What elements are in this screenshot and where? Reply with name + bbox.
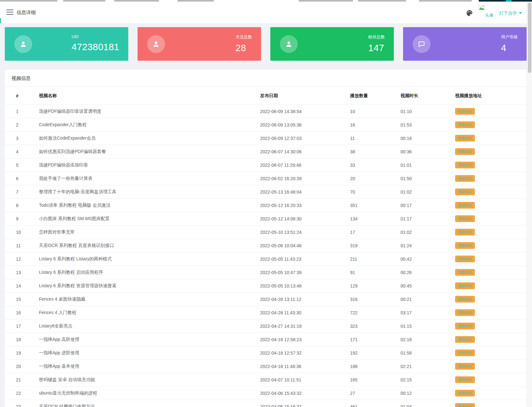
- stat-card-uid: UID 472380181: [5, 27, 128, 61]
- video-url-button[interactable]: 视频地址: [455, 349, 475, 356]
- video-duration: 00:17: [401, 203, 455, 208]
- row-index: 14: [16, 283, 39, 288]
- video-duration: 01:02: [401, 230, 455, 235]
- video-name: 迅捷PDF编辑器添加印章: [39, 162, 260, 168]
- username: 灯下自学: [499, 11, 517, 16]
- video-url-button[interactable]: 视频地址: [455, 108, 475, 115]
- video-name: 密码键盘 安卓 自动填充功能: [39, 377, 260, 383]
- publish-date: 2022-06-02 16:20:39: [260, 176, 350, 181]
- play-count: 38: [350, 149, 401, 154]
- video-url-button[interactable]: 视频地址: [455, 282, 475, 289]
- stat-value: 4: [501, 43, 506, 53]
- table-row: 13 Listary 6 系列教程 启动应用程序 2022-05-05 10:4…: [5, 266, 527, 279]
- video-url-button[interactable]: 视频地址: [455, 229, 475, 235]
- video-url-button[interactable]: 视频地址: [455, 135, 475, 142]
- video-duration: 00:18: [401, 136, 455, 141]
- browser-tab-strip: [0, 0, 532, 2]
- video-duration: 01:24: [401, 243, 455, 248]
- video-duration: 03:17: [401, 310, 455, 315]
- row-index: 1: [16, 109, 39, 114]
- video-name: 如何激活CodeExpander会员: [39, 135, 260, 141]
- publish-date: 2022-06-07 14:30:06: [260, 149, 350, 154]
- video-url-button[interactable]: 视频地址: [455, 215, 475, 222]
- chat-icon: [413, 35, 431, 53]
- publish-date: 2022-05-05 11:43:23: [260, 257, 350, 262]
- video-duration: 00:45: [401, 283, 455, 288]
- video-url-button[interactable]: 视频地址: [455, 403, 475, 407]
- video-name: Listary 6 系列教程 Listary的两种模式: [39, 256, 260, 262]
- video-name: 一指禅App 基本使用: [39, 364, 260, 369]
- video-url-button[interactable]: 视频地址: [455, 376, 475, 383]
- stat-value: 147: [368, 43, 384, 53]
- row-index: 13: [16, 270, 39, 275]
- row-index: 17: [16, 324, 39, 329]
- stat-label: 用户等级: [501, 34, 518, 40]
- menu-toggle-icon[interactable]: [6, 10, 13, 15]
- video-url-button[interactable]: 视频地址: [455, 390, 475, 396]
- video-duration: 00:12: [401, 391, 455, 396]
- video-name: Todo清单 系列教程 电脑版 会员激活: [39, 203, 260, 208]
- video-url-button[interactable]: 视频地址: [455, 242, 475, 249]
- play-count: 165: [350, 377, 401, 382]
- play-count: 33: [350, 163, 401, 168]
- row-index: 20: [16, 364, 39, 369]
- table-row: 9 小白图床 系列教程 SM.MS图床配置 2022-05-12 14:08:3…: [5, 212, 527, 226]
- user-icon: [280, 35, 298, 53]
- col-header-plays: 播放数量: [350, 93, 401, 99]
- video-url-button[interactable]: 视频地址: [455, 296, 475, 303]
- table-row: 15 Fences 4 桌面快速隐藏 2022-04-28 13:11:12 3…: [5, 293, 527, 306]
- table-row: 5 迅捷PDF编辑器添加印章 2022-06-07 11:29:48 33 01…: [5, 158, 527, 172]
- publish-date: 2022-04-06 15:43:32: [260, 391, 350, 396]
- stat-card-level: 用户等级 4: [403, 27, 527, 61]
- video-name: CodeExpander入门教程: [39, 122, 260, 128]
- video-name: 一指禅App 高阶使用: [39, 337, 260, 342]
- video-url-button[interactable]: 视频地址: [455, 363, 475, 370]
- publish-date: 2022-05-13 16:48:04: [260, 189, 350, 195]
- table-header-row: # 视频名称 发布日期 播放数量 视频时长 视频播放地址: [5, 87, 527, 105]
- video-name: 天若OCR 系列教程 百度表格识别接口: [39, 243, 260, 249]
- publish-date: 2022-04-28 13:11:12: [260, 297, 350, 302]
- table-row: 23 天若OCR 付费接口使用方法 2022-04-06 15:16:37 46…: [5, 400, 527, 407]
- avatar[interactable]: 头像: [479, 5, 497, 20]
- publish-date: 2022-05-12 14:08:30: [260, 216, 350, 221]
- page-title: 信息详细: [17, 2, 36, 23]
- table-row: 17 Listary6全新亮点 2022-04-27 14:31:18 323 …: [5, 319, 527, 333]
- video-name: 我徒手做了一份热量计算表: [39, 176, 260, 181]
- row-index: 2: [16, 122, 39, 127]
- video-url-button[interactable]: 视频地址: [455, 256, 475, 262]
- video-url-button[interactable]: 视频地址: [455, 188, 475, 195]
- video-name: 怎样面对世事无常: [39, 229, 260, 235]
- col-header-url: 视频播放地址: [455, 93, 527, 99]
- theme-palette-icon[interactable]: [466, 10, 473, 17]
- video-url-button[interactable]: 视频地址: [455, 336, 475, 343]
- video-duration: 00:36: [401, 149, 455, 154]
- col-header-name: 视频名称: [39, 93, 260, 99]
- video-duration: 00:42: [401, 257, 455, 262]
- video-duration: 01:04: [401, 404, 455, 407]
- table-row: 6 我徒手做了一份热量计算表 2022-06-02 16:20:39 20 01…: [5, 172, 527, 185]
- table-row: 14 Listary 6 系列教程 资源管理器快速搜索 2022-05-05 1…: [5, 279, 527, 293]
- video-url-button[interactable]: 视频地址: [455, 121, 475, 128]
- video-url-button[interactable]: 视频地址: [455, 269, 475, 276]
- table-row: 18 一指禅App 高阶使用 2022-04-18 12:58:23 171 0…: [5, 333, 527, 346]
- video-url-button[interactable]: 视频地址: [455, 148, 475, 155]
- video-url-button[interactable]: 视频地址: [455, 162, 475, 168]
- table-row: 1 迅捷PDF编辑器印章设置透明度 2022-06-09 14:38:54 10…: [5, 105, 527, 118]
- video-url-button[interactable]: 视频地址: [455, 323, 475, 329]
- play-count: 27: [350, 391, 401, 396]
- col-header-index: #: [16, 93, 39, 98]
- sidebar-edge-accent: [0, 18, 1, 23]
- scrollbar-track[interactable]: [527, 2, 532, 407]
- play-count: 192: [350, 350, 401, 356]
- video-url-button[interactable]: 视频地址: [455, 309, 475, 316]
- table-row: 19 一指禅App 进阶使用 2022-04-18 12:57:32 192 0…: [5, 346, 527, 360]
- user-menu[interactable]: 灯下自学: [499, 2, 522, 25]
- play-count: 316: [350, 297, 401, 302]
- video-url-button[interactable]: 视频地址: [455, 202, 475, 209]
- video-url-button[interactable]: 视频地址: [455, 175, 475, 182]
- row-index: 3: [16, 136, 39, 141]
- stat-card-fans: 粉丝总数 147: [270, 27, 394, 61]
- scrollbar-thumb[interactable]: [528, 3, 531, 73]
- publish-date: 2022-05-06 10:04:48: [260, 243, 350, 248]
- video-duration: 01:10: [401, 109, 455, 114]
